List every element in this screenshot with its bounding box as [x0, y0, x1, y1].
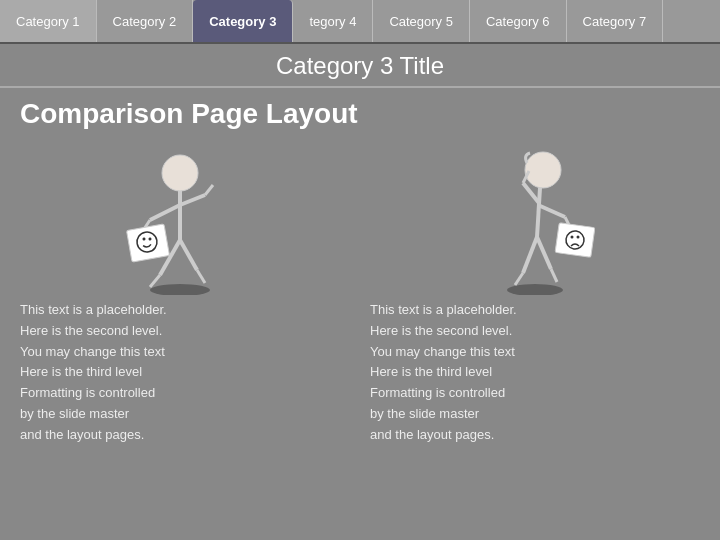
svg-line-18	[538, 205, 565, 217]
sad-figure-icon	[475, 145, 595, 295]
slide-title: Category 3 Title	[0, 44, 720, 88]
svg-rect-26	[555, 223, 595, 258]
tab-category-6[interactable]: Category 6	[470, 0, 567, 42]
svg-line-24	[537, 237, 551, 269]
svg-point-29	[577, 236, 580, 239]
right-figure-area	[370, 140, 700, 300]
svg-line-23	[515, 273, 523, 285]
tab-category-7[interactable]: Category 7	[567, 0, 664, 42]
svg-line-25	[551, 269, 557, 282]
svg-line-5	[180, 195, 205, 205]
tab-bar: Category 1 Category 2 Category 3 tegory …	[0, 0, 720, 44]
main-content: Comparison Page Layout	[0, 88, 720, 466]
svg-line-22	[523, 237, 537, 273]
svg-line-17	[537, 188, 540, 237]
left-figure-area	[20, 140, 350, 300]
svg-line-8	[150, 275, 160, 287]
tab-category-2[interactable]: Category 2	[97, 0, 194, 42]
svg-rect-11	[127, 224, 170, 262]
tab-category-4[interactable]: tegory 4	[293, 0, 373, 42]
svg-line-3	[150, 205, 180, 220]
svg-point-28	[571, 236, 574, 239]
comparison-columns: This text is a placeholder. Here is the …	[20, 140, 700, 446]
svg-line-6	[205, 185, 213, 195]
svg-point-1	[162, 155, 198, 191]
svg-line-9	[180, 240, 197, 270]
svg-point-15	[507, 284, 563, 295]
left-column: This text is a placeholder. Here is the …	[20, 140, 350, 446]
tab-category-3[interactable]: Category 3	[193, 0, 293, 42]
page-heading: Comparison Page Layout	[20, 98, 700, 130]
svg-point-16	[525, 152, 561, 188]
svg-line-10	[197, 270, 205, 283]
right-column: This text is a placeholder. Here is the …	[370, 140, 700, 446]
happy-figure-icon	[125, 145, 245, 295]
right-placeholder-text: This text is a placeholder. Here is the …	[370, 300, 517, 446]
left-placeholder-text: This text is a placeholder. Here is the …	[20, 300, 167, 446]
tab-category-5[interactable]: Category 5	[373, 0, 470, 42]
tab-category-1[interactable]: Category 1	[0, 0, 97, 42]
svg-point-0	[150, 284, 210, 295]
